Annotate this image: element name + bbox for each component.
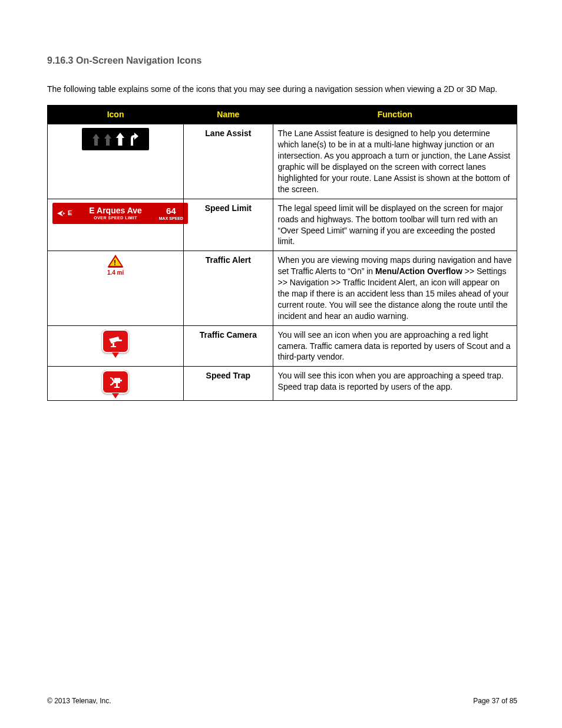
col-header-function: Function	[273, 106, 517, 124]
warning-triangle-icon: !	[107, 255, 124, 268]
table-row: E E Arques Ave OVER SPEED LIMIT 64 MAX S…	[48, 199, 517, 251]
warning-label: OVER SPEED LIMIT	[94, 216, 137, 220]
row-name: Speed Limit	[184, 199, 273, 251]
alert-distance: 1.4 mi	[107, 269, 124, 277]
table-row: Traffic Camera You will see an icon when…	[48, 325, 517, 367]
col-header-name: Name	[184, 106, 273, 124]
row-name: Traffic Camera	[184, 325, 273, 367]
svg-rect-5	[116, 383, 118, 387]
row-function: The legal speed limit will be displayed …	[273, 199, 517, 251]
speed-limit-icon: E E Arques Ave OVER SPEED LIMIT 64 MAX S…	[52, 203, 188, 224]
row-name: Speed Trap	[184, 367, 273, 401]
lane-arrow-straight-icon	[92, 134, 100, 146]
traffic-alert-icon: ! 1.4 mi	[107, 255, 124, 277]
traffic-camera-icon	[102, 330, 129, 353]
table-row: Lane Assist The Lane Assist feature is d…	[48, 124, 517, 199]
footer-page: Page 37 of 85	[473, 696, 517, 706]
heading-arrow-icon	[57, 210, 65, 216]
lane-arrow-straight-icon	[116, 133, 124, 146]
speed-value: 64	[166, 206, 176, 215]
table-row: ! 1.4 mi Traffic Alert When you are view…	[48, 251, 517, 325]
row-function: When you are viewing moving maps during …	[273, 251, 517, 325]
speed-label: MAX SPEED	[159, 216, 183, 220]
section-heading: 9.16.3 On-Screen Navigation Icons	[47, 54, 517, 67]
lane-arrow-straight-icon	[104, 134, 111, 146]
col-header-icon: Icon	[48, 106, 184, 124]
speed-trap-icon	[102, 370, 129, 394]
row-function: The Lane Assist feature is designed to h…	[273, 124, 517, 199]
row-function: You will see an icon when you are approa…	[273, 325, 517, 367]
svg-rect-6	[114, 387, 120, 388]
table-row: Speed Trap You will see this icon when y…	[48, 367, 517, 401]
svg-rect-2	[111, 346, 116, 347]
svg-rect-0	[117, 340, 122, 341]
lane-assist-icon	[82, 128, 149, 150]
icons-table: Icon Name Function Lane Assist The Lane …	[47, 105, 517, 401]
intro-text: The following table explains some of the…	[47, 84, 517, 95]
row-function: You will see this icon when you are appr…	[273, 367, 517, 401]
street-name: E Arques Ave	[89, 206, 141, 215]
lane-arrow-right-icon	[129, 133, 138, 146]
direction-label: E	[68, 209, 72, 218]
svg-rect-4	[119, 380, 122, 381]
row-name: Lane Assist	[184, 124, 273, 199]
row-name: Traffic Alert	[184, 251, 273, 325]
footer-copyright: © 2013 Telenav, Inc.	[47, 696, 111, 706]
